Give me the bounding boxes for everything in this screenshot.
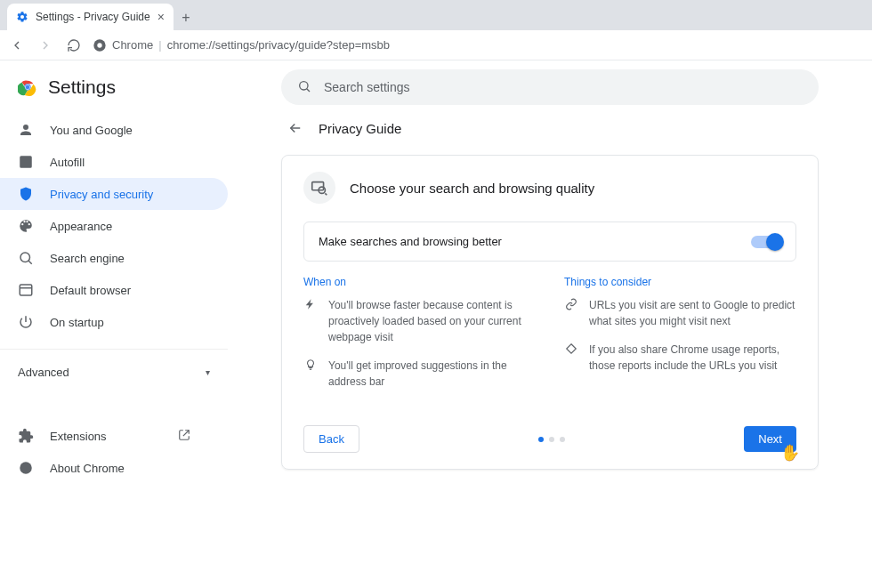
window-icon: [18, 282, 34, 298]
sidebar-item-you-and-google[interactable]: You and Google: [0, 114, 228, 146]
diamond-icon: [564, 342, 578, 356]
chrome-logo-icon: [18, 77, 37, 97]
search-icon: [18, 250, 34, 266]
cursor-icon: ✋: [780, 443, 800, 463]
nav-back-button[interactable]: [7, 36, 27, 55]
link-icon: [564, 297, 578, 311]
consider-item: If you also share Chrome usage reports, …: [589, 342, 796, 374]
sidebar-item-default-browser[interactable]: Default browser: [0, 274, 228, 306]
bolt-icon: [303, 297, 318, 311]
step-dot: [560, 437, 565, 442]
next-button[interactable]: Next ✋: [744, 426, 796, 452]
privacy-guide-card: Choose your search and browsing quality …: [281, 155, 819, 470]
nav-reload-button[interactable]: [64, 36, 84, 55]
gear-icon: [16, 11, 28, 23]
back-button[interactable]: Back: [303, 425, 359, 453]
sidebar-item-extensions[interactable]: Extensions: [0, 420, 228, 452]
sidebar-item-about-chrome[interactable]: About Chrome: [0, 452, 228, 484]
search-settings-input[interactable]: Search settings: [281, 69, 819, 105]
search-placeholder: Search settings: [324, 80, 410, 94]
close-icon[interactable]: ×: [157, 10, 165, 24]
when-on-item: You'll browse faster because content is …: [328, 297, 536, 345]
svg-point-5: [20, 253, 30, 262]
address-path: chrome://settings/privacy/guide?step=msb…: [167, 38, 390, 52]
puzzle-icon: [18, 428, 34, 444]
sidebar-item-label: About Chrome: [50, 462, 125, 475]
svg-point-1: [97, 43, 101, 47]
bulb-icon: [303, 358, 318, 372]
chrome-icon: [93, 38, 107, 52]
address-scheme: Chrome: [112, 38, 153, 52]
sidebar-item-label: Appearance: [50, 220, 112, 233]
sidebar-item-search-engine[interactable]: Search engine: [0, 242, 228, 274]
person-icon: [18, 122, 34, 138]
when-on-item: You'll get improved suggestions in the a…: [328, 358, 536, 390]
palette-icon: [18, 218, 34, 234]
nav-forward-button[interactable]: [36, 36, 55, 55]
svg-point-8: [300, 81, 308, 89]
breadcrumb-title: Privacy Guide: [319, 121, 401, 136]
make-searches-better-toggle-row[interactable]: Make searches and browsing better: [303, 222, 796, 262]
svg-point-4: [26, 85, 30, 90]
toggle-switch[interactable]: [751, 236, 781, 248]
browsing-quality-icon: [303, 172, 335, 204]
sidebar-item-autofill[interactable]: Autofill: [0, 146, 228, 178]
sidebar-item-label: Autofill: [50, 156, 85, 169]
things-to-consider-heading: Things to consider: [564, 276, 796, 288]
browser-tab[interactable]: Settings - Privacy Guide ×: [7, 4, 174, 30]
sidebar-item-on-startup[interactable]: On startup: [0, 306, 228, 338]
chevron-down-icon: ▾: [206, 367, 210, 377]
sidebar-item-label: Search engine: [50, 252, 125, 265]
sidebar-item-appearance[interactable]: Appearance: [0, 210, 228, 242]
sidebar-item-label: Privacy and security: [50, 188, 153, 201]
tab-strip: Settings - Privacy Guide × +: [0, 0, 872, 30]
sidebar-advanced-toggle[interactable]: Advanced ▾: [0, 349, 228, 395]
shield-icon: [18, 186, 34, 202]
when-on-heading: When on: [303, 276, 536, 288]
power-icon: [18, 314, 34, 330]
sidebar-item-label: You and Google: [50, 124, 133, 137]
svg-point-7: [20, 462, 32, 474]
advanced-label: Advanced: [18, 366, 69, 379]
tab-title: Settings - Privacy Guide: [36, 11, 150, 23]
open-external-icon: [178, 429, 190, 444]
step-dot-active: [538, 437, 544, 442]
sidebar-item-privacy-security[interactable]: Privacy and security: [0, 178, 228, 210]
address-bar[interactable]: Chrome | chrome://settings/privacy/guide…: [93, 38, 865, 52]
card-title: Choose your search and browsing quality: [350, 181, 594, 196]
svg-rect-6: [20, 285, 32, 295]
toolbar: Chrome | chrome://settings/privacy/guide…: [0, 30, 872, 60]
consider-item: URLs you visit are sent to Google to pre…: [589, 297, 796, 329]
chrome-small-icon: [18, 460, 34, 476]
toggle-label: Make searches and browsing better: [319, 235, 502, 248]
new-tab-button[interactable]: +: [174, 5, 198, 30]
page-title: Settings: [48, 77, 116, 98]
step-indicator: [538, 437, 565, 442]
sidebar-item-label: On startup: [50, 316, 104, 329]
back-arrow-button[interactable]: [287, 119, 304, 137]
search-icon: [297, 79, 311, 96]
sidebar-item-label: Default browser: [50, 284, 131, 297]
sidebar-item-label: Extensions: [50, 430, 107, 443]
step-dot: [549, 437, 554, 442]
address-separator: |: [158, 38, 161, 52]
svg-rect-9: [312, 182, 324, 190]
form-icon: [18, 154, 34, 170]
